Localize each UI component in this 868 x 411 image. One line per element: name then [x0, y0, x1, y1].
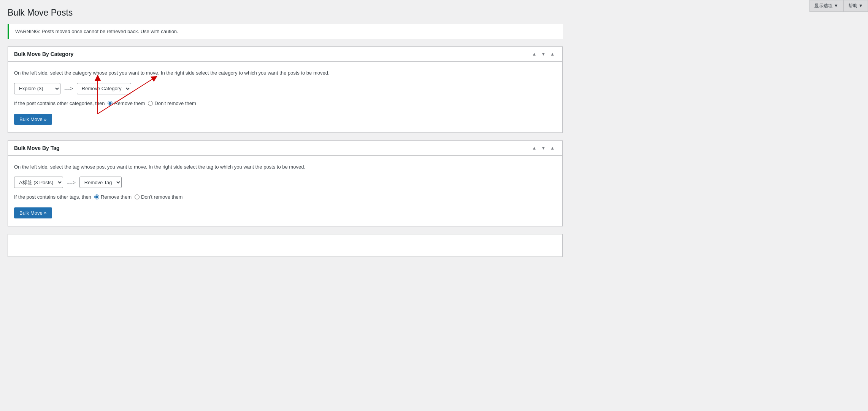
tag-panel: Bulk Move By Tag ▲ ▼ ▲ On the left side,… [8, 140, 563, 227]
category-radio-keep-input[interactable] [148, 101, 153, 106]
category-radio-label: If the post contains other categories, t… [14, 100, 105, 106]
tag-panel-description: On the left side, select the tag whose p… [14, 163, 556, 171]
tag-radio-keep-label: Don't remove them [141, 194, 182, 200]
tag-panel-body: On the left side, select the tag whose p… [8, 156, 562, 226]
category-radio-remove-input[interactable] [108, 101, 113, 106]
tag-panel-title: Bulk Move By Tag [14, 145, 60, 151]
tag-radio-label: If the post contains other tags, then [14, 194, 91, 200]
category-source-select[interactable]: Explore (3) Uncategorized Technology New… [14, 83, 60, 94]
tag-panel-collapse[interactable]: ▲ [549, 145, 556, 151]
category-panel-body: On the left side, select the category wh… [8, 62, 562, 132]
tag-radio-remove-label: Remove them [101, 194, 132, 200]
category-bulk-move-button[interactable]: Bulk Move » [14, 114, 52, 125]
category-panel-down[interactable]: ▼ [540, 51, 547, 57]
category-panel-title: Bulk Move By Category [14, 51, 73, 57]
tag-select-row: A标签 (3 Posts) B标签 C标签 ==> Remove Tag A标签… [14, 177, 556, 188]
tag-arrow: ==> [67, 180, 76, 185]
category-panel: Bulk Move By Category ▲ ▼ ▲ On the left … [8, 46, 563, 133]
tag-radio-keep[interactable]: Don't remove them [135, 194, 182, 200]
category-panel-collapse[interactable]: ▲ [549, 51, 556, 57]
tag-panel-up[interactable]: ▲ [530, 145, 538, 151]
tag-panel-header: Bulk Move By Tag ▲ ▼ ▲ [8, 141, 562, 156]
category-panel-header: Bulk Move By Category ▲ ▼ ▲ [8, 47, 562, 62]
warning-box: WARNING: Posts moved once cannot be retr… [8, 24, 563, 39]
top-bar: 显示选项 ▼ 帮助 ▼ [809, 0, 868, 12]
category-select-row: Explore (3) Uncategorized Technology New… [14, 83, 556, 94]
tag-radio-row: If the post contains other tags, then Re… [14, 194, 556, 200]
category-panel-up[interactable]: ▲ [530, 51, 538, 57]
tag-bulk-move-button[interactable]: Bulk Move » [14, 207, 52, 218]
tag-radio-remove[interactable]: Remove them [94, 194, 132, 200]
display-options-button[interactable]: 显示选项 ▼ [809, 0, 843, 12]
tag-panel-controls: ▲ ▼ ▲ [530, 145, 556, 151]
category-radio-row: If the post contains other categories, t… [14, 100, 556, 106]
tag-radio-keep-input[interactable] [135, 194, 140, 199]
tag-source-select[interactable]: A标签 (3 Posts) B标签 C标签 [14, 177, 63, 188]
category-panel-controls: ▲ ▼ ▲ [530, 51, 556, 57]
category-radio-keep[interactable]: Don't remove them [148, 100, 196, 106]
help-button[interactable]: 帮助 ▼ [843, 0, 868, 12]
tag-radio-remove-input[interactable] [94, 194, 99, 199]
tag-panel-down[interactable]: ▼ [540, 145, 547, 151]
page-title: Bulk Move Posts [8, 8, 563, 18]
bottom-panel [8, 234, 563, 257]
warning-text: WARNING: Posts moved once cannot be retr… [15, 29, 178, 34]
category-radio-remove-label: Remove them [114, 100, 145, 106]
category-radio-keep-label: Don't remove them [154, 100, 196, 106]
category-target-select[interactable]: Remove Category Uncategorized Technology… [77, 83, 131, 94]
category-radio-remove[interactable]: Remove them [108, 100, 145, 106]
tag-target-select[interactable]: Remove Tag A标签 B标签 C标签 [79, 177, 122, 188]
category-arrow: ==> [64, 86, 73, 91]
category-panel-description: On the left side, select the category wh… [14, 69, 556, 77]
